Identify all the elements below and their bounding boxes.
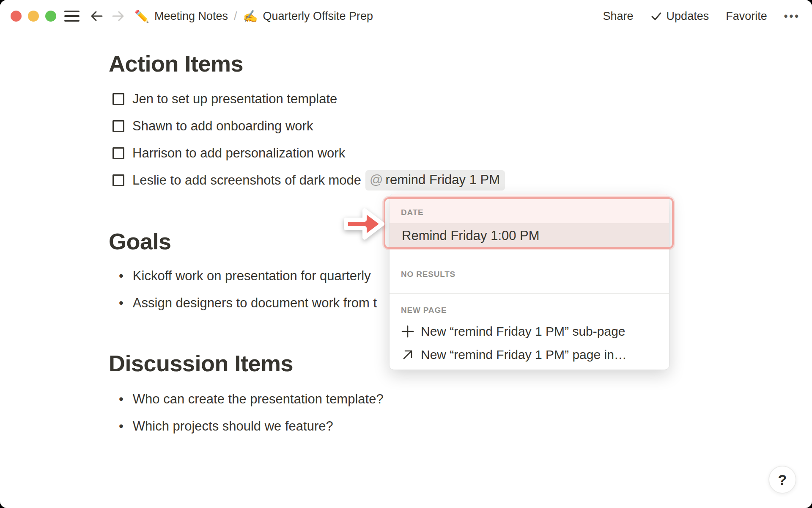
forward-icon[interactable]: [111, 9, 125, 23]
breadcrumb: ✏️ Meeting Notes / ✍️ Quarterly Offsite …: [134, 0, 373, 32]
date-mention-menu: DATE Remind Friday 1:00 PM NO RESULTS NE…: [390, 194, 669, 370]
heading-action-items: Action Items: [109, 50, 243, 77]
mention-label: remind Friday 1 PM: [386, 172, 500, 187]
minimize-button[interactable]: [28, 11, 39, 22]
todo-row: Jen to set up presentation template: [109, 86, 505, 113]
at-sign-icon: @: [370, 172, 383, 187]
close-button[interactable]: [11, 11, 22, 22]
more-options-button[interactable]: •••: [784, 10, 800, 22]
updates-label: Updates: [667, 10, 709, 23]
check-icon: [650, 10, 662, 22]
zoom-button[interactable]: [45, 11, 56, 22]
heading-discussion-items: Discussion Items: [109, 350, 293, 377]
bullet-item: Kickoff work on presentation for quarter…: [109, 262, 377, 290]
menu-item-remind-date[interactable]: Remind Friday 1:00 PM: [390, 223, 669, 248]
todo-text: Jen to set up presentation template: [132, 91, 337, 107]
back-icon[interactable]: [90, 9, 104, 23]
menu-item-label: New “remind Friday 1 PM” sub-page: [421, 324, 625, 339]
date-mention-token[interactable]: @remind Friday 1 PM: [365, 170, 505, 190]
todo-list: Jen to set up presentation template Shaw…: [109, 86, 505, 194]
menu-item-label: New “remind Friday 1 PM” page in…: [421, 348, 627, 362]
share-button[interactable]: Share: [603, 10, 634, 23]
todo-checkbox[interactable]: [112, 147, 124, 159]
menu-item-new-page-in[interactable]: New “remind Friday 1 PM” page in…: [390, 342, 669, 367]
todo-text: Leslie to add screenshots of dark mode: [132, 173, 361, 188]
discussion-bullet-list: Who can create the presentation template…: [109, 386, 384, 440]
breadcrumb-root[interactable]: Meeting Notes: [154, 10, 228, 23]
todo-checkbox[interactable]: [112, 174, 124, 186]
window-controls: [11, 11, 56, 22]
bullet-item: Assign designers to document work from t: [109, 290, 377, 317]
menu-date-section: [390, 194, 669, 223]
bullet-text: Assign designers to document work from t: [133, 295, 377, 311]
annotation-arrow-icon: [341, 205, 387, 245]
plus-icon: [401, 324, 415, 339]
arrow-up-right-icon: [401, 348, 415, 362]
bullet-item: Who can create the presentation template…: [109, 386, 384, 413]
todo-text: Shawn to add onboarding work: [132, 119, 313, 134]
menu-date-section-label: DATE: [401, 208, 424, 217]
menu-divider: [390, 293, 669, 294]
menu-item-label: Remind Friday 1:00 PM: [402, 228, 540, 243]
writing-hand-icon: ✍️: [243, 9, 258, 23]
breadcrumb-separator: /: [234, 10, 237, 23]
todo-row: Shawn to add onboarding work: [109, 113, 505, 140]
app-window: ✏️ Meeting Notes / ✍️ Quarterly Offsite …: [0, 0, 812, 508]
bullet-item: Which projects should we feature?: [109, 413, 384, 440]
todo-row: Leslie to add screenshots of dark mode @…: [109, 167, 505, 194]
bullet-text: Who can create the presentation template…: [133, 392, 384, 407]
question-mark-icon: ?: [778, 472, 787, 488]
todo-checkbox[interactable]: [112, 120, 124, 132]
topbar-actions: Share Updates Favorite •••: [603, 0, 800, 32]
favorite-button[interactable]: Favorite: [726, 10, 767, 23]
heading-goals: Goals: [109, 228, 171, 255]
goals-bullet-list: Kickoff work on presentation for quarter…: [109, 262, 377, 317]
hamburger-menu-icon[interactable]: [64, 10, 80, 22]
todo-row: Harrison to add personalization work: [109, 140, 505, 167]
top-bar: ✏️ Meeting Notes / ✍️ Quarterly Offsite …: [0, 0, 812, 32]
menu-no-results-label: NO RESULTS: [401, 270, 455, 279]
bullet-text: Which projects should we feature?: [133, 419, 333, 434]
menu-new-page-section-label: NEW PAGE: [401, 306, 447, 315]
pencil-icon: ✏️: [134, 9, 149, 23]
menu-divider: [390, 255, 669, 255]
help-button[interactable]: ?: [768, 466, 796, 494]
todo-checkbox[interactable]: [112, 93, 124, 105]
menu-item-new-subpage[interactable]: New “remind Friday 1 PM” sub-page: [390, 319, 669, 344]
bullet-text: Kickoff work on presentation for quarter…: [133, 268, 371, 284]
updates-button[interactable]: Updates: [650, 10, 709, 23]
breadcrumb-page[interactable]: Quarterly Offsite Prep: [263, 10, 373, 23]
todo-text: Harrison to add personalization work: [132, 146, 345, 161]
